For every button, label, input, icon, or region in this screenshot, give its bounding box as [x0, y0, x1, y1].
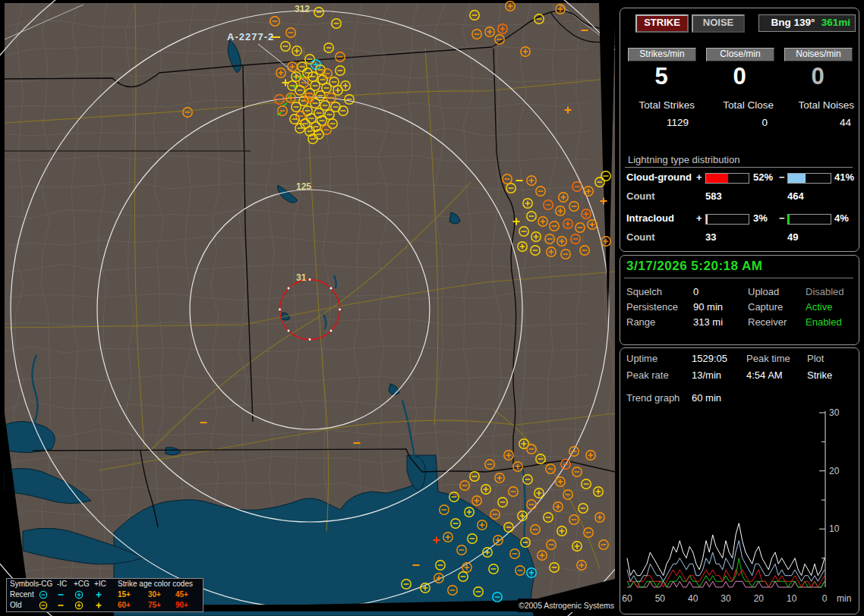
ic-minus-sign: − — [779, 212, 785, 224]
svg-text:0: 0 — [822, 593, 828, 604]
storm-cell-label: A-2277-2 — [227, 31, 274, 42]
ic-plus-sign: + — [696, 212, 702, 224]
peak-rate-label: Peak rate — [626, 369, 669, 381]
total-strikes-value: 1129 — [622, 117, 689, 128]
ic-positive-pct: 3% — [753, 212, 768, 224]
trend-graph-label: Trend graph — [626, 392, 680, 404]
cg-positive-pct: 52% — [753, 171, 773, 183]
receiver-status: Enabled — [806, 316, 842, 328]
ring-label-middle: 125 — [296, 181, 311, 192]
upload-label: Upload — [748, 286, 779, 297]
ic-negative-count: 49 — [787, 231, 798, 243]
ic-negative-pct: 4% — [834, 212, 849, 224]
legend-age-90: 90+ — [175, 601, 188, 609]
trend-panel: Uptime 1529:05 Peak time Plot Peak rate … — [620, 347, 859, 614]
cg-negative-pct: 41% — [834, 171, 854, 183]
legend-age-30: 30+ — [148, 590, 161, 599]
datetime-display: 3/17/2026 5:20:18 AM — [626, 259, 762, 274]
total-close-label: Total Close — [701, 99, 774, 111]
map-legend: Symbols -CG -IC +CG +IC Strike age color… — [6, 578, 203, 612]
strikes-per-min-value: 5 — [628, 63, 695, 90]
plot-mode-value: Strike — [807, 369, 832, 381]
svg-text:10: 10 — [829, 523, 840, 534]
squelch-label: Squelch — [626, 286, 662, 297]
legend-age-45: 45+ — [175, 590, 188, 599]
range-value: 313 mi — [693, 316, 723, 328]
range-label: Range — [626, 316, 655, 328]
plot-label: Plot — [807, 353, 824, 364]
close-per-min-value: 0 — [706, 63, 773, 90]
cg-positive-count: 583 — [705, 190, 722, 202]
capture-label: Capture — [748, 301, 783, 313]
intracloud-label: Intracloud — [626, 212, 674, 224]
cg-plus-sign: + — [696, 171, 702, 183]
total-noises-value: 44 — [784, 117, 851, 128]
legend-age-15: 15+ — [118, 590, 131, 599]
cg-negative-count: 464 — [787, 190, 804, 202]
noise-mode-button[interactable]: NOISE — [692, 14, 745, 33]
svg-text:20: 20 — [829, 466, 840, 476]
total-strikes-label: Total Strikes — [622, 99, 695, 111]
peak-rate-value: 13/min — [692, 369, 721, 381]
bearing-value: Bng 139° — [765, 17, 815, 28]
cg-count-label: Count — [626, 190, 655, 202]
uptime-label: Uptime — [626, 353, 657, 364]
squelch-value: 0 — [693, 286, 698, 297]
ic-count-label: Count — [626, 231, 655, 243]
bearing-readout: Bng 139° 361mi — [758, 14, 856, 32]
svg-text:60: 60 — [622, 593, 632, 604]
legend-age-60: 60+ — [118, 601, 131, 609]
receiver-label: Receiver — [748, 316, 787, 328]
upload-status: Disabled — [806, 286, 844, 297]
strikes-per-min-chip[interactable]: Strikes/min — [628, 48, 696, 61]
svg-text:50: 50 — [655, 593, 666, 604]
cg-negative-bar — [787, 173, 831, 184]
stats-panel: STRIKE NOISE Bng 139° 361mi Strikes/min … — [620, 8, 859, 252]
close-per-min-chip[interactable]: Close/min — [706, 48, 774, 61]
persistence-value: 90 min — [693, 301, 723, 313]
ring-label-outer: 312 — [295, 4, 310, 14]
total-noises-label: Total Noises — [781, 99, 854, 111]
legend-age-75: 75+ — [148, 601, 161, 609]
trend-chart: 1020306050403020100min — [622, 409, 857, 611]
cg-positive-bar — [705, 173, 749, 184]
capture-status: Active — [806, 301, 832, 313]
svg-text:30: 30 — [721, 593, 731, 604]
ring-label-inner: 31 — [296, 272, 307, 283]
distance-value: 361mi — [821, 15, 855, 30]
distribution-title: Lightning type distribution — [628, 154, 739, 165]
lightning-map[interactable]: 312 125 31 A-2277-2 Symbols -CG -IC +CG … — [0, 0, 615, 616]
persistence-label: Persistence — [626, 301, 678, 313]
distribution-divider — [625, 167, 853, 168]
ic-positive-bar — [705, 214, 749, 225]
datetime-divider — [624, 278, 853, 278]
cg-minus-sign: − — [779, 171, 785, 183]
svg-text:20: 20 — [754, 593, 765, 604]
svg-text:40: 40 — [688, 593, 698, 604]
peak-time-label: Peak time — [746, 353, 790, 364]
total-close-value: 0 — [701, 117, 768, 128]
svg-text:min: min — [837, 593, 851, 604]
noises-per-min-value: 0 — [784, 63, 851, 90]
cloud-ground-label: Cloud-ground — [626, 171, 692, 183]
trend-window-value: 60 min — [692, 392, 721, 404]
strike-mode-button[interactable]: STRIKE — [635, 14, 689, 33]
ic-negative-bar — [787, 214, 831, 225]
ic-positive-count: 33 — [705, 231, 716, 243]
legend-symbol-glyphs — [7, 579, 201, 611]
peak-time-value: 4:54 AM — [746, 369, 783, 381]
noises-per-min-chip[interactable]: Noises/min — [784, 48, 853, 61]
svg-text:10: 10 — [787, 593, 797, 604]
copyright-notice: ©2005 Astrogenic Systems — [518, 599, 615, 612]
svg-text:30: 30 — [829, 409, 840, 418]
map-canvas: 312 125 31 A-2277-2 — [0, 0, 615, 616]
status-panel: 3/17/2026 5:20:18 AM Squelch 0 Upload Di… — [620, 255, 859, 345]
uptime-value: 1529:05 — [692, 353, 727, 364]
nexstorm-window: { "map": { "cell_label": "A-2277-2", "ri… — [0, 0, 864, 616]
